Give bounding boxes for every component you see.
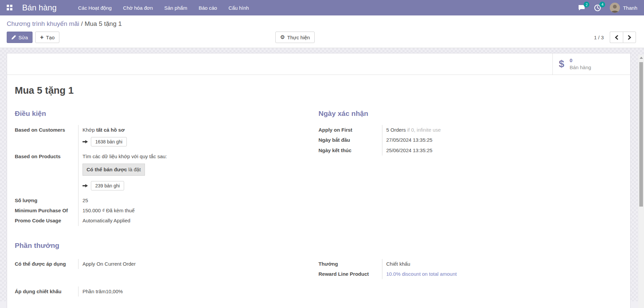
edit-button[interactable]: Sửa bbox=[7, 32, 33, 43]
products-records-button[interactable]: 239 bản ghi bbox=[91, 181, 124, 190]
stat-label: Bán hàng bbox=[570, 64, 591, 71]
conditions-heading: Điều kiện bbox=[15, 109, 295, 118]
activities-menu[interactable]: 4 bbox=[594, 4, 601, 11]
arrow-right-icon bbox=[83, 140, 88, 144]
field-label: Reward Line Product bbox=[319, 269, 382, 279]
conditions-column: Điều kiện Based on Customers Khớp tất cả… bbox=[15, 109, 319, 226]
rewards-heading: Phần thưởng bbox=[15, 241, 622, 250]
field-applicability: Có thể được áp dụng Apply On Current Ord… bbox=[15, 259, 295, 269]
field-label: Ngày kết thúc bbox=[319, 145, 382, 156]
group-rewards: Có thể được áp dụng Apply On Current Ord… bbox=[15, 259, 622, 297]
field-label: Có thể được áp dụng bbox=[15, 259, 78, 269]
sales-stat-button[interactable]: $ 0 Bán hàng bbox=[552, 53, 630, 75]
control-panel-buttons: Sửa + Tạo ⚙ Thực hiện 1 / 3 bbox=[7, 32, 636, 43]
field-label: Áp dụng chiết khấu bbox=[15, 287, 78, 297]
field-based-on-products: Based on Products Tìm các dữ liệu khớp v… bbox=[15, 151, 295, 195]
field-label: Số lượng bbox=[15, 195, 78, 206]
dollar-icon: $ bbox=[559, 58, 564, 70]
field-apply-discount: Áp dụng chiết khấu Phần trăm10,00% bbox=[15, 287, 295, 297]
customers-records-button[interactable]: 1638 bản ghi bbox=[91, 137, 127, 146]
field-value: 27/05/2024 13:35:25 bbox=[382, 135, 599, 145]
page: Bán hàng Các Hoạt động Chờ hóa đơn Sản p… bbox=[0, 0, 644, 308]
validity-column: Ngày xác nhận Apply on First 5 Orders if… bbox=[319, 109, 623, 226]
pager: 1 / 3 bbox=[594, 32, 636, 43]
field-value: Khớp tất cả hồ sơ 1638 bản ghi bbox=[78, 125, 295, 151]
user-menu[interactable]: Thanh bbox=[610, 3, 637, 13]
pager-counter: 1 / 3 bbox=[594, 35, 604, 40]
gear-icon: ⚙ bbox=[280, 35, 285, 40]
rewards-left-column: Có thể được áp dụng Apply On Current Ord… bbox=[15, 259, 319, 297]
sheet-body: Mua 5 tặng 1 Điều kiện Based on Customer… bbox=[7, 75, 630, 308]
chevron-left-icon bbox=[615, 35, 619, 40]
field-value: 25 bbox=[78, 195, 295, 206]
scroll-up-icon bbox=[640, 57, 643, 59]
pager-previous-button[interactable] bbox=[610, 32, 623, 43]
domain-rule-chip: Có thể bán được là đặt bbox=[83, 164, 145, 176]
group-conditions-validity: Điều kiện Based on Customers Khớp tất cả… bbox=[15, 109, 622, 226]
field-end-date: Ngày kết thúc 25/06/2024 13:35:25 bbox=[319, 145, 599, 156]
pager-next-button[interactable] bbox=[623, 32, 636, 43]
arrow-right-icon bbox=[83, 184, 88, 188]
field-apply-on-first: Apply on First 5 Orders if 0, infinite u… bbox=[319, 125, 599, 135]
field-label: Promo Code Usage bbox=[15, 216, 78, 226]
messages-badge: 2 bbox=[584, 2, 589, 7]
apps-grid-icon[interactable] bbox=[7, 5, 13, 11]
breadcrumb-current: Mua 5 tặng 1 bbox=[85, 20, 122, 27]
vertical-scrollbar bbox=[638, 55, 644, 308]
breadcrumb-parent-link[interactable]: Chương trình khuyến mãi bbox=[7, 20, 79, 27]
record-title: Mua 5 tặng 1 bbox=[15, 85, 622, 96]
activities-badge: 4 bbox=[599, 2, 605, 7]
validity-heading: Ngày xác nhận bbox=[319, 109, 599, 118]
create-button[interactable]: + Tạo bbox=[35, 32, 59, 43]
field-based-on-customers: Based on Customers Khớp tất cả hồ sơ 16 bbox=[15, 125, 295, 151]
field-value: Automatically Applied bbox=[78, 216, 295, 226]
breadcrumb: Chương trình khuyến mãi / Mua 5 tặng 1 bbox=[7, 20, 636, 28]
field-value: Apply On Current Order bbox=[78, 259, 295, 269]
menu-products[interactable]: Sản phẩm bbox=[164, 4, 188, 12]
field-value: 25/06/2024 13:35:25 bbox=[382, 145, 599, 156]
field-reward: Thưởng Chiết khấu bbox=[319, 259, 599, 269]
field-value: 150.000 ₫ Đã kèm thuế bbox=[78, 206, 295, 216]
menu-to-invoice[interactable]: Chờ hóa đơn bbox=[122, 4, 154, 12]
stat-value: 0 bbox=[570, 57, 591, 64]
menu-activities[interactable]: Các Hoạt động bbox=[77, 4, 112, 12]
reward-line-product-link[interactable]: 10.0% discount on total amount bbox=[386, 271, 457, 277]
scroll-up-button[interactable] bbox=[638, 55, 644, 60]
field-label: Based on Products bbox=[15, 151, 78, 195]
field-value: 5 Orders if 0, infinite use bbox=[382, 125, 599, 135]
field-promo-code-usage: Promo Code Usage Automatically Applied bbox=[15, 216, 295, 226]
stat-button-strip: $ 0 Bán hàng bbox=[7, 53, 630, 75]
field-value: Phần trăm10,00% bbox=[78, 287, 295, 297]
field-label: Thưởng bbox=[319, 259, 382, 269]
form-sheet: $ 0 Bán hàng Mua 5 tặng 1 Điều kiện Base… bbox=[7, 53, 631, 308]
field-value: Tìm các dữ liệu khớp với quy tắc sau: Có… bbox=[78, 151, 295, 195]
avatar bbox=[610, 3, 620, 13]
plus-icon: + bbox=[40, 34, 44, 40]
field-label: Ngày bắt đầu bbox=[319, 135, 382, 145]
control-panel: Chương trình khuyến mãi / Mua 5 tặng 1 S… bbox=[0, 15, 644, 48]
action-button[interactable]: ⚙ Thực hiện bbox=[275, 32, 315, 43]
top-navbar: Bán hàng Các Hoạt động Chờ hóa đơn Sản p… bbox=[0, 0, 644, 15]
field-label: Based on Customers bbox=[15, 125, 78, 151]
navbar-right: 2 4 Thanh bbox=[578, 3, 637, 13]
user-name: Thanh bbox=[623, 5, 637, 11]
scrollbar-thumb[interactable] bbox=[639, 62, 643, 207]
field-start-date: Ngày bắt đầu 27/05/2024 13:35:25 bbox=[319, 135, 599, 145]
field-value: Chiết khấu bbox=[382, 259, 599, 269]
app-brand[interactable]: Bán hàng bbox=[22, 3, 57, 12]
messages-menu[interactable]: 2 bbox=[578, 4, 585, 11]
rewards-right-column: Thưởng Chiết khấu Reward Line Product 10… bbox=[319, 259, 623, 297]
field-value: 10.0% discount on total amount bbox=[382, 269, 599, 279]
field-label: Apply on First bbox=[319, 125, 382, 135]
menu-reports[interactable]: Báo cáo bbox=[198, 4, 218, 12]
breadcrumb-separator: / bbox=[79, 20, 85, 27]
field-reward-line-product: Reward Line Product 10.0% discount on to… bbox=[319, 269, 599, 279]
chevron-right-icon bbox=[628, 35, 631, 40]
pencil-icon bbox=[11, 35, 16, 40]
field-quantity: Số lượng 25 bbox=[15, 195, 295, 206]
content-area: $ 0 Bán hàng Mua 5 tặng 1 Điều kiện Base… bbox=[0, 48, 644, 301]
menu-configuration[interactable]: Cấu hình bbox=[228, 4, 250, 12]
field-minimum-purchase: Minimum Purchase Of 150.000 ₫ Đã kèm thu… bbox=[15, 206, 295, 216]
main-menu: Các Hoạt động Chờ hóa đơn Sản phẩm Báo c… bbox=[77, 4, 250, 12]
field-label: Minimum Purchase Of bbox=[15, 206, 78, 216]
